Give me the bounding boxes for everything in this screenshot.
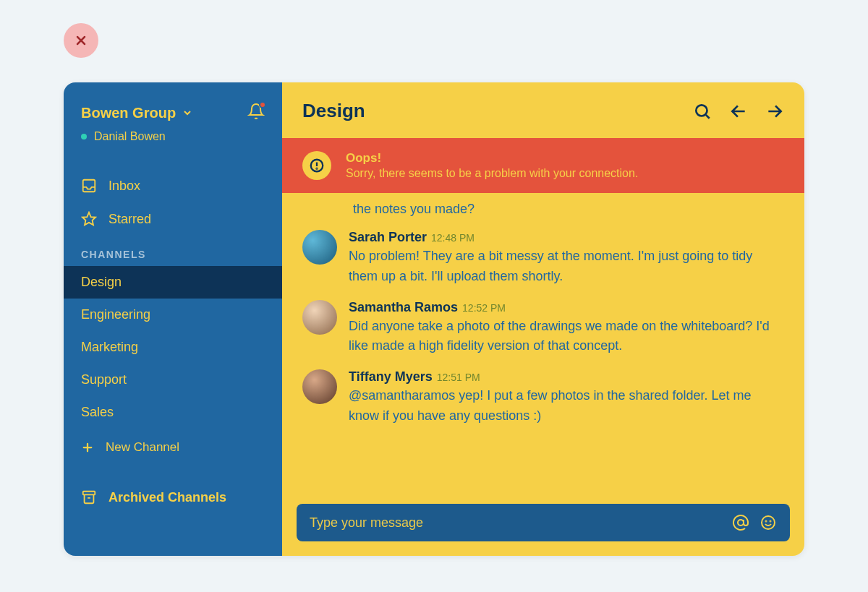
- alert-icon: [309, 158, 325, 173]
- mention-icon[interactable]: [732, 514, 749, 531]
- message-text: No problem! They are a bit messy at the …: [349, 246, 784, 287]
- channel-marketing[interactable]: Marketing: [64, 331, 282, 364]
- alert-icon-wrap: [302, 151, 331, 180]
- message-body: Sarah Porter 12:48 PM No problem! They a…: [349, 230, 784, 287]
- chevron-down-icon: [182, 107, 193, 119]
- alert-title: Oops!: [346, 151, 638, 166]
- user-name: Danial Bowen: [94, 130, 166, 143]
- header-actions: [693, 102, 784, 121]
- sidebar-header: Bowen Group Danial Bowen: [64, 103, 282, 152]
- avatar[interactable]: [302, 369, 337, 404]
- channel-sales[interactable]: Sales: [64, 396, 282, 429]
- svg-point-8: [696, 105, 707, 116]
- svg-point-14: [317, 168, 318, 169]
- message-text: @samantharamos yep! I put a few photos i…: [349, 386, 784, 426]
- star-icon: [81, 211, 97, 227]
- new-channel-button[interactable]: New Channel: [64, 432, 282, 463]
- channel-support[interactable]: Support: [64, 364, 282, 396]
- message-author[interactable]: Sarah Porter: [349, 230, 427, 245]
- message-row: Sarah Porter 12:48 PM No problem! They a…: [302, 230, 784, 287]
- alert-body: Oops! Sorry, there seems to be a problem…: [346, 151, 638, 180]
- message-author[interactable]: Tiffany Myers: [349, 369, 433, 385]
- avatar[interactable]: [302, 300, 337, 335]
- new-channel-label: New Channel: [106, 440, 179, 455]
- forward-icon[interactable]: [765, 102, 784, 121]
- svg-point-18: [770, 521, 771, 522]
- sidebar: Bowen Group Danial Bowen Inbox Starr: [64, 82, 282, 556]
- svg-point-15: [738, 520, 744, 525]
- nav-section: Inbox Starred: [64, 169, 282, 236]
- inbox-icon: [81, 178, 97, 194]
- message-text: Did anyone take a photo of the drawings …: [349, 317, 784, 357]
- message-author[interactable]: Samantha Ramos: [349, 300, 458, 315]
- message-time: 12:48 PM: [431, 232, 475, 244]
- search-icon[interactable]: [693, 102, 712, 121]
- message-list[interactable]: the notes you made? Sarah Porter 12:48 P…: [282, 193, 804, 495]
- message-body: Samantha Ramos 12:52 PM Did anyone take …: [349, 300, 784, 357]
- workspace-name: Bowen Group: [81, 105, 176, 121]
- composer-actions: [732, 514, 777, 531]
- nav-inbox[interactable]: Inbox: [64, 169, 282, 202]
- close-icon: [74, 33, 88, 48]
- alert-message: Sorry, there seems to be a problem with …: [346, 167, 638, 180]
- channel-title: Design: [302, 100, 693, 122]
- svg-marker-3: [82, 213, 95, 225]
- nav-label: Starred: [109, 212, 151, 227]
- message-body: Tiffany Myers 12:51 PM @samantharamos ye…: [349, 369, 784, 426]
- svg-rect-2: [83, 180, 95, 192]
- archive-icon: [81, 489, 97, 505]
- message-time: 12:51 PM: [437, 372, 480, 383]
- archived-label: Archived Channels: [109, 490, 226, 505]
- nav-starred[interactable]: Starred: [64, 202, 282, 236]
- message-time: 12:52 PM: [462, 302, 506, 314]
- emoji-icon[interactable]: [760, 514, 777, 531]
- nav-label: Inbox: [109, 179, 140, 194]
- channel-engineering[interactable]: Engineering: [64, 299, 282, 331]
- plus-icon: [81, 441, 94, 454]
- workspace-switcher[interactable]: Bowen Group: [81, 105, 193, 121]
- archived-channels[interactable]: Archived Channels: [64, 481, 282, 514]
- main-header: Design: [282, 82, 804, 138]
- svg-line-9: [706, 114, 710, 118]
- main-panel: Design Oops! Sorry, there seems to be a …: [282, 82, 804, 556]
- channel-design[interactable]: Design: [64, 266, 282, 299]
- message-composer: [297, 504, 790, 541]
- message-row: Samantha Ramos 12:52 PM Did anyone take …: [302, 300, 784, 357]
- user-status[interactable]: Danial Bowen: [81, 130, 265, 143]
- notification-badge: [259, 101, 266, 108]
- chat-app: Bowen Group Danial Bowen Inbox Starr: [64, 82, 804, 556]
- svg-point-16: [762, 516, 775, 529]
- channels-heading: CHANNELS: [64, 249, 282, 260]
- close-button[interactable]: [64, 23, 98, 58]
- connection-alert: Oops! Sorry, there seems to be a problem…: [282, 138, 804, 193]
- svg-point-17: [766, 521, 767, 522]
- avatar[interactable]: [302, 230, 337, 265]
- status-dot-icon: [81, 134, 87, 140]
- svg-rect-6: [83, 492, 95, 495]
- message-text-partial: the notes you made?: [302, 199, 784, 220]
- notification-button[interactable]: [247, 103, 265, 123]
- message-row: Tiffany Myers 12:51 PM @samantharamos ye…: [302, 369, 784, 426]
- message-input[interactable]: [310, 515, 720, 531]
- back-icon[interactable]: [729, 102, 748, 121]
